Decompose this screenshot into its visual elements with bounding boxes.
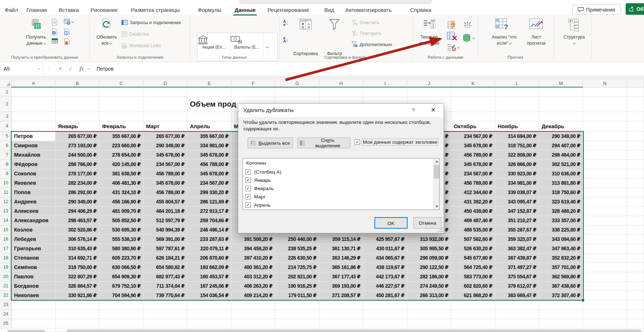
tab-Формулы[interactable]: Формулы <box>198 4 221 15</box>
cell-F18[interactable]: 397 410,20 ₽ <box>231 254 275 263</box>
cell-L3[interactable] <box>495 112 539 121</box>
cell-X7[interactable] <box>627 151 644 160</box>
cell-A17[interactable]: Григорьев <box>12 244 55 254</box>
cell-K15[interactable]: 488 535,00 ₽ <box>451 225 495 235</box>
cell-H1[interactable] <box>319 88 363 97</box>
cell-K2[interactable] <box>451 97 495 112</box>
cell-E12[interactable]: 286 121,69 ₽ <box>187 197 231 207</box>
cell-C23[interactable] <box>99 300 143 310</box>
cell-G23[interactable] <box>275 300 319 310</box>
cell-D15[interactable]: 540 994,39 ₽ <box>143 225 187 235</box>
cell-N6[interactable] <box>583 141 627 151</box>
cell-L6[interactable]: 318 751,00 ₽ <box>495 141 539 151</box>
cell-B12[interactable]: 290 349,00 ₽ <box>55 197 99 207</box>
cell-M24[interactable] <box>539 310 583 319</box>
cell-H22[interactable]: 371 208,57 ₽ <box>319 291 363 300</box>
cell-M6[interactable]: 294 407,00 ₽ <box>539 141 583 151</box>
cell-E22[interactable]: 154 036,54 ₽ <box>187 291 231 300</box>
cell-J16[interactable]: 313 932,00 ₽ <box>407 235 451 244</box>
horizontal-scrollbar[interactable] <box>67 329 641 332</box>
row-header-16[interactable]: 16 <box>0 235 12 244</box>
cell-K7[interactable]: 456 789,00 ₽ <box>451 151 495 160</box>
cell-L1[interactable] <box>495 88 539 97</box>
cell-C5[interactable]: 355 667,00 ₽ <box>99 132 143 141</box>
from-table-icon[interactable] <box>52 38 58 44</box>
cell-M17[interactable]: 347 963,40 ₽ <box>539 244 583 254</box>
cell-X4[interactable] <box>627 121 644 132</box>
cell-B3[interactable] <box>55 112 99 121</box>
cell-L16[interactable]: 359 325,07 ₽ <box>495 235 539 244</box>
cell-L14[interactable]: 351 210,27 ₽ <box>495 216 539 225</box>
column-item-Март[interactable]: ✓Март <box>245 193 266 201</box>
cell-B19[interactable]: 318 750,00 ₽ <box>55 263 99 272</box>
column-header-F[interactable]: F <box>231 80 275 88</box>
cell-N22[interactable] <box>583 291 627 300</box>
cell-E8[interactable]: 456 789,00 ₽ <box>187 160 231 169</box>
cell-B7[interactable]: 244 500,00 ₽ <box>55 151 99 160</box>
cell-E18[interactable]: 206 870,60 ₽ <box>187 254 231 263</box>
cell-C24[interactable] <box>99 310 143 319</box>
cell-L5[interactable]: 314 694,00 ₽ <box>495 132 539 141</box>
cell-B14[interactable]: 298 463,57 ₽ <box>55 216 99 225</box>
cell-D22[interactable]: 739 770,64 ₽ <box>143 291 187 300</box>
cell-D16[interactable]: 569 391,00 ₽ <box>143 235 187 244</box>
cell-D4[interactable]: Март <box>143 121 187 132</box>
cell-L19[interactable]: 371 497,27 ₽ <box>495 263 539 272</box>
cell-X18[interactable] <box>627 254 644 263</box>
cell-A1[interactable] <box>12 88 55 97</box>
cell-J17[interactable]: 305 995,50 ₽ <box>407 244 451 254</box>
cell-N11[interactable] <box>583 188 627 197</box>
cell-E16[interactable]: 233 287,63 ₽ <box>187 235 231 244</box>
cell-N20[interactable] <box>583 272 627 282</box>
cell-X22[interactable] <box>627 291 644 300</box>
cell-G24[interactable] <box>275 310 319 319</box>
cell-C8[interactable]: 420 145,00 ₽ <box>99 160 143 169</box>
refresh-all-button[interactable]: Обновить все <box>97 34 117 46</box>
cell-H20[interactable]: 367 177,43 ₽ <box>319 272 363 282</box>
cell-F17[interactable]: 394 459,20 ₽ <box>231 244 275 254</box>
cell-B21[interactable]: 326 864,57 ₽ <box>55 282 99 291</box>
cell-K13[interactable]: 450 439,80 ₽ <box>451 207 495 216</box>
cell-H25[interactable] <box>319 319 363 328</box>
cell-E20[interactable]: 180 453,57 ₽ <box>187 272 231 282</box>
cell-I19[interactable]: 438 119,67 ₽ <box>363 263 407 272</box>
cell-N10[interactable] <box>583 179 627 188</box>
cell-J24[interactable] <box>407 310 451 319</box>
cancel-button[interactable]: Отмена <box>413 217 441 229</box>
cell-N9[interactable] <box>583 169 627 179</box>
cell-X17[interactable] <box>627 244 644 254</box>
cell-D18[interactable]: 626 184,21 ₽ <box>143 254 187 263</box>
row-header-19[interactable]: 19 <box>0 263 12 272</box>
cell-M18[interactable]: 352 832,20 ₽ <box>539 254 583 263</box>
cell-K4[interactable]: Октябрь <box>451 121 495 132</box>
cell-E3[interactable] <box>187 112 231 121</box>
row-header-11[interactable]: 11 <box>0 188 12 197</box>
cell-D24[interactable] <box>143 310 187 319</box>
unselect-all-button[interactable]: Снять выделение <box>297 138 350 148</box>
cell-K22[interactable]: 621 868,20 ₽ <box>451 291 495 300</box>
cell-G19[interactable]: 214 725,75 ₽ <box>275 263 319 272</box>
cell-D6[interactable]: 290 349,00 ₽ <box>143 141 187 151</box>
cell-L4[interactable]: Ноябрь <box>495 121 539 132</box>
cell-X3[interactable] <box>627 112 644 121</box>
what-if-button[interactable]: Анализ "что если" <box>492 34 516 46</box>
from-web-icon[interactable] <box>52 28 58 35</box>
cell-J22[interactable]: 266 313,00 ₽ <box>407 291 451 300</box>
cell-N8[interactable] <box>583 160 627 169</box>
cell-C11[interactable]: 431 324,10 ₽ <box>99 188 143 197</box>
cell-E14[interactable]: 259 704,66 ₽ <box>187 216 231 225</box>
cell-D12[interactable]: 455 804,57 ₽ <box>143 197 187 207</box>
cell-G21[interactable]: 190 916,25 ₽ <box>275 282 319 291</box>
row-header-8[interactable]: 8 <box>0 160 12 169</box>
cell-M20[interactable]: 362 569,80 ₽ <box>539 272 583 282</box>
cell-B1[interactable] <box>55 88 99 97</box>
cell-E6[interactable]: 334 981,00 ₽ <box>187 141 231 151</box>
clear-filter-button[interactable]: Очистить <box>351 20 379 26</box>
row-header-25[interactable]: 25 <box>0 319 12 328</box>
scroll-up-icon[interactable] <box>434 158 440 165</box>
column-header-H[interactable]: H <box>319 80 363 88</box>
cell-K9[interactable]: 234 567,00 ₽ <box>451 169 495 179</box>
cell-K8[interactable]: 345 678,00 ₽ <box>451 160 495 169</box>
cell-K11[interactable]: 412 344,60 ₽ <box>451 188 495 197</box>
cell-A14[interactable]: Александров <box>12 216 55 225</box>
